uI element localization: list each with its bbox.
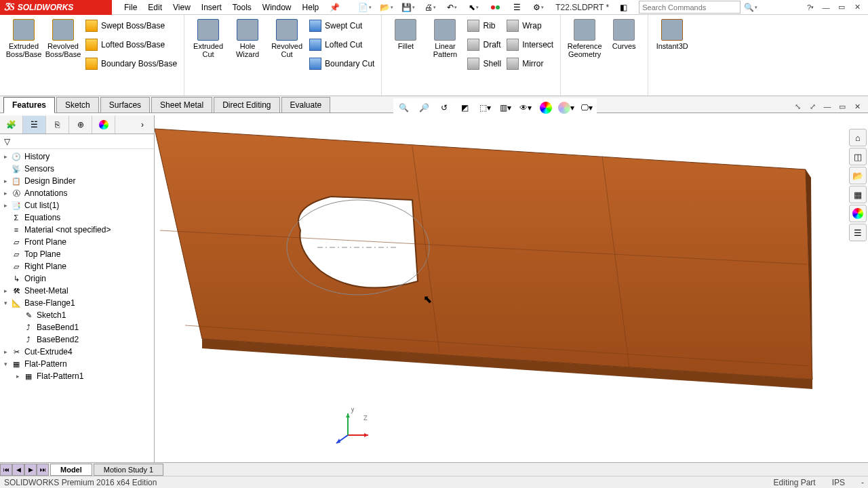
rebuild-button[interactable] [485,1,505,14]
hide-show-icon[interactable]: 👁▾ [517,100,534,116]
configuration-manager-tab[interactable]: ⎘ [46,116,69,134]
instant3d-button[interactable]: Instant3D [652,18,692,52]
doc-expand-left-button[interactable]: ⤡ [791,100,804,113]
tree-design-binder[interactable]: ▸📋Design Binder [1,175,153,187]
tab-prev-button[interactable]: ◀ [12,464,24,476]
zoom-area-icon[interactable]: 🔎 [415,100,433,116]
options-button[interactable]: ⚙▾ [528,1,549,14]
tab-features[interactable]: Features [3,97,55,113]
section-view-icon[interactable]: ◩ [456,100,473,116]
search-input[interactable] [642,3,740,12]
search-type-icon[interactable]: ◧ [613,1,633,14]
tree-sheet-metal[interactable]: ▸🛠Sheet-Metal [1,285,153,297]
lofted-boss-button[interactable]: Lofted Boss/Base [83,37,180,53]
apply-scene-icon[interactable]: ▾ [557,100,575,116]
tree-sketch1[interactable]: ✎Sketch1 [1,309,153,321]
dimxpert-manager-tab[interactable]: ⊕ [69,116,92,134]
menu-file[interactable]: File [119,1,142,14]
menu-view[interactable]: View [167,1,196,14]
swept-boss-button[interactable]: Swept Boss/Base [83,18,180,34]
tab-surfaces[interactable]: Surfaces [100,97,150,113]
menu-tools[interactable]: Tools [227,1,257,14]
boundary-boss-button[interactable]: Boundary Boss/Base [83,56,180,72]
tab-sketch[interactable]: Sketch [56,97,99,113]
minimize-button[interactable]: — [819,1,833,14]
file-explorer-tab[interactable]: 📂 [849,167,867,184]
tree-top-plane[interactable]: ▱Top Plane [1,248,153,260]
menu-window[interactable]: Window [257,1,297,14]
feature-manager-tab[interactable]: 🧩 [0,116,23,134]
menu-help[interactable]: Help [297,1,325,14]
tab-model[interactable]: Model [50,464,92,476]
appearances-tab[interactable] [849,205,867,222]
design-library-tab[interactable]: ◫ [849,148,867,165]
tree-cut-list[interactable]: ▸📑Cut list(1) [1,199,153,211]
menu-edit[interactable]: Edit [142,1,167,14]
linear-pattern-button[interactable]: Linear Pattern [425,18,465,72]
close-button[interactable]: ✕ [850,1,864,14]
view-settings-icon[interactable]: 🖵▾ [578,100,595,116]
tree-sensors[interactable]: 📡Sensors [1,163,153,175]
curves-button[interactable]: Curves [604,18,644,60]
save-button[interactable]: 💾▾ [398,1,418,14]
restore-button[interactable]: ▭ [835,1,848,14]
property-manager-tab[interactable]: ☱ [23,116,46,134]
boundary-cut-button[interactable]: Boundary Cut [307,56,377,72]
doc-restore-button[interactable]: ▭ [835,100,849,113]
tree-right-plane[interactable]: ▱Right Plane [1,260,153,272]
intersect-button[interactable]: Intersect [504,37,556,53]
file-properties-button[interactable]: ☰ [507,1,527,14]
lofted-cut-button[interactable]: Lofted Cut [307,37,377,53]
doc-close-button[interactable]: ✕ [850,100,864,113]
custom-properties-tab[interactable]: ☰ [849,224,867,241]
doc-minimize-button[interactable]: — [821,100,834,113]
tree-equations[interactable]: ΣEquations [1,211,153,224]
zoom-fit-icon[interactable]: 🔍 [395,100,412,116]
graphics-viewport[interactable]: ⬉ zy [155,115,868,476]
view-orientation-icon[interactable]: ⬚▾ [476,100,494,116]
status-units[interactable]: IPS [832,478,845,487]
tab-motion-study[interactable]: Motion Study 1 [94,464,163,476]
tree-cut-extrude[interactable]: ▸✂Cut-Extrude4 [1,346,153,358]
tree-base-flange[interactable]: ▾📐Base-Flange1 [1,297,153,309]
search-button[interactable]: 🔍▾ [741,1,761,14]
new-button[interactable]: 📄▾ [355,1,375,14]
doc-expand-right-button[interactable]: ⤢ [806,100,819,113]
tab-evaluate[interactable]: Evaluate [281,97,331,113]
search-commands-box[interactable] [639,1,741,14]
select-button[interactable]: ⬉▾ [463,1,484,14]
tree-annotations[interactable]: ▸ⒶAnnotations [1,187,153,199]
panel-expand-button[interactable]: › [131,116,154,134]
rib-button[interactable]: Rib [465,18,504,34]
fillet-button[interactable]: Fillet [386,18,425,72]
help-button[interactable]: ?▾ [804,1,817,14]
tree-origin[interactable]: ↳Origin [1,272,153,285]
extruded-boss-button[interactable]: Extruded Boss/Base [4,18,43,72]
extruded-cut-button[interactable]: Extruded Cut [189,18,228,72]
tree-filter[interactable]: ▽ [0,134,154,149]
display-style-icon[interactable]: ▥▾ [496,100,514,116]
revolved-cut-button[interactable]: Revolved Cut [267,18,307,72]
view-triad[interactable]: zy [331,408,372,449]
swept-cut-button[interactable]: Swept Cut [307,18,377,34]
reference-geometry-button[interactable]: Reference Geometry [565,18,604,60]
display-manager-tab[interactable] [92,116,115,134]
previous-view-icon[interactable]: ↺ [435,100,453,116]
print-button[interactable]: 🖨▾ [420,1,440,14]
undo-button[interactable]: ↶▾ [441,1,462,14]
draft-button[interactable]: Draft [465,37,504,53]
tree-basebend2[interactable]: ⤴BaseBend2 [1,333,153,346]
resources-tab[interactable]: ⌂ [849,129,867,146]
tree-basebend1[interactable]: ⤴BaseBend1 [1,321,153,333]
wrap-button[interactable]: Wrap [504,18,556,34]
tab-sheet-metal[interactable]: Sheet Metal [151,97,212,113]
pin-icon[interactable]: 📌 [324,1,345,14]
edit-appearance-icon[interactable] [537,100,555,116]
hole-wizard-button[interactable]: Hole Wizard [228,18,267,72]
tab-direct-editing[interactable]: Direct Editing [214,97,279,113]
tree-flat-pattern[interactable]: ▾▦Flat-Pattern [1,358,153,370]
tree-history[interactable]: ▸🕑History [1,150,153,163]
revolved-boss-button[interactable]: Revolved Boss/Base [43,18,83,72]
tab-last-button[interactable]: ⏭ [37,464,49,476]
view-palette-tab[interactable]: ▦ [849,186,867,203]
